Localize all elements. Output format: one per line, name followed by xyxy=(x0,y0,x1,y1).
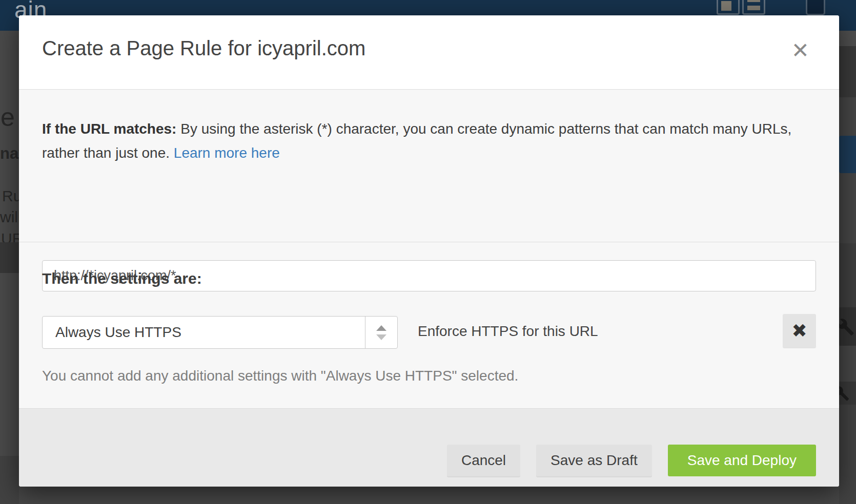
background-partial-icon xyxy=(806,0,825,15)
url-match-label: If the URL matches: xyxy=(42,121,176,137)
save-and-deploy-button[interactable]: Save and Deploy xyxy=(668,445,816,476)
cancel-button[interactable]: Cancel xyxy=(447,445,520,476)
learn-more-link[interactable]: Learn more here xyxy=(174,145,280,161)
background-blue-button-edge xyxy=(839,136,856,173)
modal-title: Create a Page Rule for icyapril.com xyxy=(42,37,365,60)
setting-note: You cannot add any additional settings w… xyxy=(42,368,518,384)
setting-select-value: Always Use HTTPS xyxy=(43,324,365,341)
background-text-fragment: e xyxy=(1,102,15,132)
url-match-description: If the URL matches: By using the asteris… xyxy=(42,117,801,165)
setting-description: Enforce HTTPS for this URL xyxy=(418,323,598,340)
remove-setting-button[interactable]: ✖ xyxy=(783,314,816,347)
background-table-header-band xyxy=(0,242,19,273)
wrench-icon xyxy=(839,383,850,403)
spinner-up-icon xyxy=(376,325,386,331)
save-as-draft-button[interactable]: Save as Draft xyxy=(536,445,652,476)
list-view-icon xyxy=(742,0,765,15)
background-right-strip xyxy=(839,31,856,504)
select-spinner[interactable] xyxy=(365,317,397,348)
page-root: ain. e nav Ru will UR Create a Page xyxy=(0,0,856,504)
settings-section: Then the settings are: Always Use HTTPS … xyxy=(19,242,839,408)
create-page-rule-modal: Create a Page Rule for icyapril.com ✕ If… xyxy=(19,15,839,487)
wrench-icon xyxy=(839,315,855,338)
background-left-strip: e nav Ru will UR xyxy=(0,31,19,504)
url-match-section: If the URL matches: By using the asteris… xyxy=(19,90,839,242)
spinner-down-icon xyxy=(376,334,386,340)
background-text-fragment: Ru xyxy=(2,187,19,205)
background-text-fragment: nav xyxy=(0,144,19,163)
modal-header: Create a Page Rule for icyapril.com ✕ xyxy=(19,15,839,90)
layout-toggle-icons xyxy=(717,0,765,15)
settings-heading: Then the settings are: xyxy=(42,270,202,287)
modal-footer: Cancel Save as Draft Save and Deploy xyxy=(19,408,839,487)
setting-select[interactable]: Always Use HTTPS xyxy=(42,316,398,349)
background-footer-band xyxy=(0,456,19,504)
background-text-fragment: will xyxy=(0,208,19,226)
footer-buttons: Cancel Save as Draft Save and Deploy xyxy=(447,445,816,476)
card-view-icon xyxy=(717,0,740,15)
setting-row: Always Use HTTPS Enforce HTTPS for this … xyxy=(19,316,839,349)
remove-icon: ✖ xyxy=(791,320,807,341)
close-icon[interactable]: ✕ xyxy=(791,40,809,61)
